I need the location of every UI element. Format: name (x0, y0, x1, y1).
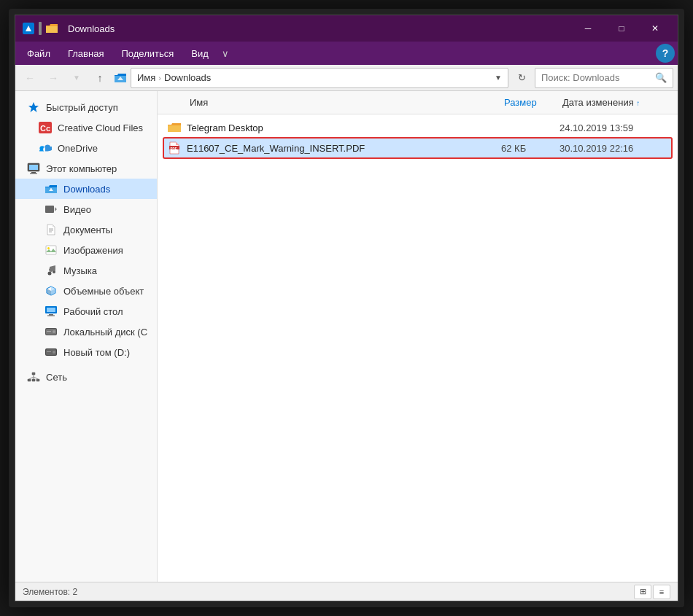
svg-line-43 (29, 377, 34, 379)
svg-marker-3 (28, 102, 39, 112)
sidebar-label-quick-access: Быстрый доступ (46, 102, 118, 113)
col-header-date[interactable]: Дата изменения ↑ (560, 95, 669, 109)
sidebar-item-local-disk[interactable]: Локальный диск (C (15, 321, 157, 342)
minimize-button[interactable]: ─ (571, 15, 605, 42)
file-list: Telegram Desktop 24.10.2019 13:59 PDF (158, 114, 678, 582)
title-controls: ─ □ ✕ (571, 15, 672, 42)
grid-view-button[interactable]: ⊞ (634, 585, 651, 599)
title-icon-folder (44, 21, 59, 36)
sidebar-label-local-disk: Локальный диск (C (63, 327, 147, 338)
forward-button[interactable]: → (43, 68, 63, 88)
images-icon (44, 244, 58, 256)
svg-rect-33 (47, 331, 51, 332)
sidebar-item-docs[interactable]: Документы (15, 219, 157, 240)
sidebar-label-docs: Документы (63, 225, 112, 235)
sidebar-item-desktop[interactable]: Рабочий стол (15, 301, 157, 321)
quick-access-icon (27, 101, 40, 113)
status-bar: Элементов: 2 ⊞ ≡ (15, 582, 678, 601)
svg-rect-40 (32, 379, 35, 381)
svg-rect-9 (30, 174, 37, 174)
breadcrumb[interactable]: Имя › Downloads ▼ (131, 68, 508, 88)
svg-rect-39 (28, 379, 31, 381)
refresh-button[interactable]: ↻ (511, 68, 532, 88)
sidebar-item-images[interactable]: Изображения (15, 240, 157, 260)
local-disk-icon (44, 326, 58, 338)
sidebar: Быстрый доступ Cc Creative Cloud Files (15, 91, 158, 582)
sidebar-item-cc-files[interactable]: Cc Creative Cloud Files (15, 117, 157, 138)
back-button[interactable]: ← (20, 68, 40, 88)
search-box[interactable]: 🔍 (535, 68, 673, 88)
menu-file[interactable]: Файл (18, 45, 59, 62)
title-separator (39, 22, 42, 35)
folder-icon (166, 120, 182, 135)
sidebar-label-music: Музыка (63, 265, 97, 276)
maximize-button[interactable]: □ (605, 15, 638, 42)
menu-share[interactable]: Поделиться (112, 45, 182, 62)
video-icon (44, 203, 58, 215)
sidebar-item-new-vol[interactable]: Новый том (D:) (15, 342, 157, 362)
svg-text:PDF: PDF (171, 147, 177, 151)
sort-icon: ↑ (636, 99, 640, 107)
breadcrumb-computer[interactable]: Имя (137, 72, 155, 83)
col-header-name[interactable]: Имя (187, 95, 501, 109)
table-row[interactable]: Telegram Desktop 24.10.2019 13:59 (163, 117, 672, 138)
svg-rect-17 (46, 246, 56, 254)
search-input[interactable] (541, 72, 652, 83)
svg-marker-13 (55, 207, 57, 211)
menu-home[interactable]: Главная (59, 45, 112, 62)
menu-expand[interactable]: ∨ (217, 45, 233, 62)
music-icon (44, 265, 58, 276)
desktop-icon (44, 305, 58, 317)
window-title: Downloads (68, 23, 115, 34)
file-date-1: 30.10.2019 22:16 (560, 143, 669, 154)
sidebar-label-network: Сеть (46, 372, 67, 383)
new-vol-icon (44, 346, 58, 358)
close-button[interactable]: ✕ (638, 15, 672, 42)
svg-rect-11 (51, 188, 52, 189)
recent-button[interactable]: ▼ (66, 68, 87, 88)
sidebar-label-desktop: Рабочий стол (63, 306, 123, 317)
menu-view[interactable]: Вид (182, 45, 217, 62)
col-header-size[interactable]: Размер (501, 95, 560, 109)
svg-rect-12 (45, 206, 54, 213)
view-buttons: ⊞ ≡ (634, 585, 670, 599)
sidebar-label-video: Видео (63, 204, 91, 215)
svg-rect-7 (29, 165, 38, 170)
cc-files-icon: Cc (39, 122, 52, 133)
sidebar-item-computer[interactable]: Этот компьютер (15, 158, 157, 179)
table-row[interactable]: PDF E11607_CE_Mark_Warning_INSERT.PDF 62… (163, 138, 672, 158)
file-area: Имя Размер Дата изменения ↑ (158, 91, 678, 582)
svg-point-36 (53, 351, 55, 354)
file-size-1: 62 КБ (501, 143, 560, 154)
svg-point-18 (47, 247, 50, 249)
up-button[interactable]: ↑ (90, 68, 110, 88)
svg-text:Cc: Cc (40, 124, 50, 133)
computer-icon (27, 163, 40, 174)
svg-point-21 (53, 270, 55, 273)
breadcrumb-dropdown[interactable]: ▼ (495, 74, 502, 82)
sidebar-label-images: Изображения (63, 245, 123, 256)
breadcrumb-folder-icon (113, 71, 128, 85)
file-name-1: E11607_CE_Mark_Warning_INSERT.PDF (187, 143, 501, 154)
3d-icon (44, 285, 58, 297)
sidebar-item-quick-access[interactable]: Быстрый доступ (15, 97, 157, 117)
title-icon-arrow (21, 21, 36, 36)
help-button[interactable]: ? (656, 44, 675, 63)
svg-line-45 (34, 377, 38, 379)
sidebar-item-onedrive[interactable]: OneDrive (15, 138, 157, 158)
sidebar-item-3d[interactable]: Объемные объект (15, 281, 157, 301)
sidebar-label-cc-files: Creative Cloud Files (58, 122, 143, 133)
main-content: Быстрый доступ Cc Creative Cloud Files (15, 91, 678, 582)
sidebar-label-computer: Этот компьютер (46, 163, 117, 174)
sidebar-item-downloads[interactable]: Downloads (15, 179, 157, 199)
svg-point-20 (48, 272, 52, 276)
network-icon (27, 371, 40, 383)
svg-rect-38 (32, 373, 35, 375)
title-bar: Downloads ─ □ ✕ (15, 15, 678, 42)
list-view-button[interactable]: ≡ (653, 585, 670, 599)
sidebar-item-music[interactable]: Музыка (15, 260, 157, 281)
sidebar-item-network[interactable]: Сеть (15, 367, 157, 387)
onedrive-icon (39, 142, 52, 154)
menu-bar: Файл Главная Поделиться Вид ∨ ? (15, 42, 678, 65)
sidebar-item-video[interactable]: Видео (15, 199, 157, 219)
